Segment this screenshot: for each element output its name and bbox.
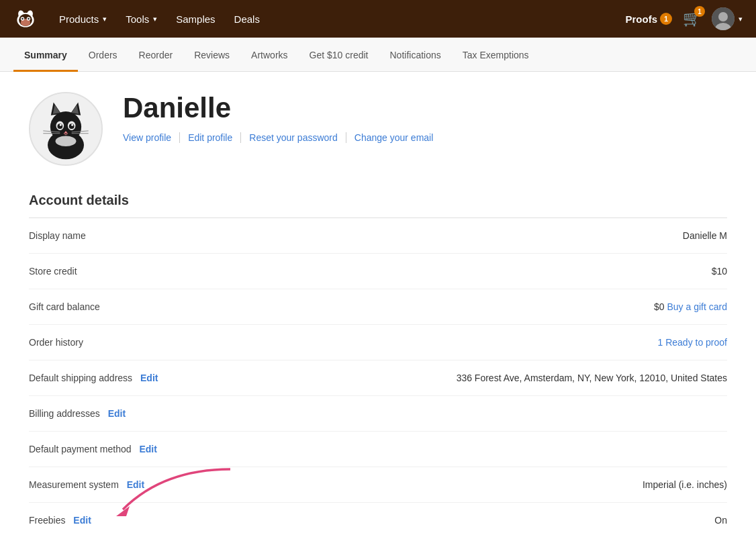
change-email-link[interactable]: Change your email — [346, 132, 442, 143]
chevron-down-icon: ▾ — [153, 15, 157, 23]
view-profile-link[interactable]: View profile — [123, 132, 180, 143]
tab-get-credit[interactable]: Get $10 credit — [299, 38, 379, 72]
tab-orders[interactable]: Orders — [78, 38, 128, 72]
edit-freebies-link[interactable]: Edit — [73, 515, 91, 526]
svg-point-8 — [28, 18, 30, 20]
label-shipping-address: Default shipping address Edit — [29, 373, 158, 383]
nav-deals[interactable]: Deals — [226, 8, 268, 30]
edit-shipping-address-link[interactable]: Edit — [140, 373, 158, 383]
cart-button[interactable]: 🛒 1 — [683, 10, 701, 28]
detail-row-measurement: Measurement system Edit Imperial (i.e. i… — [29, 467, 727, 503]
logo-icon — [13, 7, 38, 31]
svg-point-10 — [718, 12, 728, 21]
tab-reviews[interactable]: Reviews — [183, 38, 240, 72]
profile-name: Danielle — [123, 92, 727, 124]
label-payment-method: Default payment method Edit — [29, 444, 157, 454]
top-navigation: Products ▾ Tools ▾ Samples Deals Proofs … — [0, 0, 756, 38]
account-details-section: Account details Display name Danielle M … — [29, 193, 727, 535]
label-billing-address: Billing addresses Edit — [29, 408, 126, 419]
edit-billing-address-link[interactable]: Edit — [108, 408, 126, 419]
value-display-name: Danielle M — [683, 230, 727, 241]
profile-info: Danielle View profile Edit profile Reset… — [123, 92, 727, 143]
profile-section: Danielle View profile Edit profile Reset… — [29, 92, 727, 166]
reset-password-link[interactable]: Reset your password — [241, 132, 346, 143]
account-details-title: Account details — [29, 193, 727, 208]
svg-point-7 — [21, 18, 23, 20]
buy-gift-card-link[interactable]: Buy a gift card — [667, 301, 728, 312]
detail-row-store-credit: Store credit $10 — [29, 254, 727, 289]
svg-point-24 — [71, 124, 73, 126]
chevron-down-icon: ▾ — [103, 15, 107, 23]
value-freebies: On — [714, 515, 727, 526]
avatar — [712, 7, 735, 30]
detail-row-order-history: Order history 1 Ready to proof — [29, 325, 727, 360]
detail-row-billing-address: Billing addresses Edit — [29, 396, 727, 432]
tab-notifications[interactable]: Notifications — [379, 38, 452, 72]
tab-tax-exemptions[interactable]: Tax Exemptions — [452, 38, 540, 72]
chevron-down-icon: ▾ — [739, 15, 743, 23]
detail-row-payment-method: Default payment method Edit — [29, 432, 727, 467]
value-store-credit: $10 — [712, 266, 727, 277]
value-measurement: Imperial (i.e. inches) — [643, 479, 727, 490]
tab-summary[interactable]: Summary — [13, 38, 78, 72]
main-content: Danielle View profile Edit profile Reset… — [15, 72, 741, 535]
tab-artworks[interactable]: Artworks — [240, 38, 298, 72]
value-shipping-address: 336 Forest Ave, Amsterdam, NY, New York,… — [457, 373, 727, 383]
detail-row-gift-card: Gift card balance $0 Buy a gift card — [29, 289, 727, 325]
nav-items: Products ▾ Tools ▾ Samples Deals — [51, 8, 625, 30]
edit-measurement-link[interactable]: Edit — [127, 479, 144, 490]
svg-point-23 — [60, 124, 62, 126]
detail-row-display-name: Display name Danielle M — [29, 218, 727, 254]
edit-payment-method-link[interactable]: Edit — [139, 444, 156, 454]
label-gift-card: Gift card balance — [29, 301, 100, 312]
nav-tools[interactable]: Tools ▾ — [117, 8, 165, 30]
proofs-badge: 1 — [660, 13, 672, 25]
edit-profile-link[interactable]: Edit profile — [180, 132, 241, 143]
svg-marker-31 — [116, 506, 130, 516]
label-display-name: Display name — [29, 230, 86, 241]
label-order-history: Order history — [29, 337, 83, 348]
value-order-history: 1 Ready to proof — [657, 337, 727, 348]
label-freebies: Freebies Edit — [29, 515, 91, 526]
label-store-credit: Store credit — [29, 266, 77, 277]
nav-right: Proofs 1 🛒 1 ▾ — [625, 7, 743, 30]
nav-products[interactable]: Products ▾ — [51, 8, 115, 30]
ready-to-proof-link[interactable]: 1 Ready to proof — [657, 337, 727, 348]
tab-reorder[interactable]: Reorder — [128, 38, 184, 72]
logo[interactable] — [13, 7, 38, 31]
sub-navigation: Summary Orders Reorder Reviews Artworks … — [0, 38, 756, 72]
profile-links: View profile Edit profile Reset your pas… — [123, 132, 727, 143]
cat-avatar — [30, 92, 101, 166]
nav-samples[interactable]: Samples — [168, 8, 223, 30]
user-avatar-button[interactable]: ▾ — [712, 7, 743, 30]
svg-point-30 — [56, 136, 77, 146]
profile-avatar — [29, 92, 103, 166]
cart-badge: 1 — [694, 6, 705, 17]
proofs-button[interactable]: Proofs 1 — [625, 13, 672, 25]
detail-row-shipping-address: Default shipping address Edit 336 Forest… — [29, 360, 727, 396]
detail-row-freebies: Freebies Edit On — [29, 503, 727, 535]
value-gift-card: $0 Buy a gift card — [654, 301, 727, 312]
label-measurement: Measurement system Edit — [29, 479, 144, 490]
avatar-icon — [712, 7, 735, 30]
